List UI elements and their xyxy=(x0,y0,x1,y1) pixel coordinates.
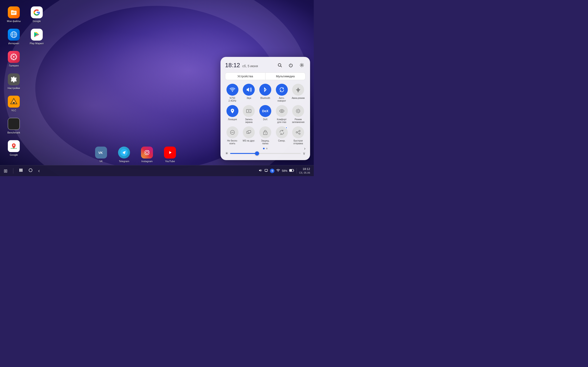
app-icon-my-files[interactable]: Мои файлы xyxy=(5,5,23,25)
home-button[interactable] xyxy=(28,168,33,173)
tile-dex[interactable]: DeX DeX xyxy=(258,105,273,124)
svg-point-15 xyxy=(15,55,16,56)
my-files-icon-img xyxy=(8,6,20,18)
tile-wifi[interactable]: N750 2.4GHz xyxy=(225,84,240,102)
eye-comfort-tile-label: Комфорт для глаз xyxy=(275,118,289,124)
svg-point-10 xyxy=(13,56,15,58)
desktop-icon-row-1: Мои файлы Google xyxy=(5,5,46,25)
app-icon-benchmark[interactable]: Benchmark xyxy=(5,116,23,136)
svg-point-42 xyxy=(297,110,299,112)
sync-tile-label: Синхр. xyxy=(278,140,285,142)
telegram-label: Telegram xyxy=(119,160,129,163)
svg-point-11 xyxy=(13,54,14,55)
vk-label: VK xyxy=(99,160,103,163)
svg-rect-46 xyxy=(248,131,251,133)
desktop-icon-row-3: Галерея xyxy=(5,49,46,69)
svg-point-31 xyxy=(148,150,149,151)
tile-autorotate[interactable]: Авто-поворот xyxy=(275,84,289,102)
tile-screen-record[interactable]: Запись экрана xyxy=(242,105,256,124)
dex-tile-icon: DeX xyxy=(259,105,271,117)
panel-search-button[interactable] xyxy=(276,61,284,69)
svg-rect-56 xyxy=(22,169,23,172)
tab-devices[interactable]: Устройства xyxy=(225,73,266,80)
svg-point-49 xyxy=(299,130,300,132)
tile-eye-comfort[interactable]: Комфорт для глаз xyxy=(275,105,289,124)
panel-next-arrow[interactable]: › xyxy=(304,146,305,151)
app-icon-instagram[interactable]: Instagram xyxy=(138,145,156,165)
svg-line-52 xyxy=(297,131,299,132)
tile-dim[interactable]: Режим затемнения xyxy=(291,105,305,124)
dnd-tile-icon xyxy=(226,126,238,138)
tile-airplane[interactable]: Авиа-режим xyxy=(291,84,305,102)
volume-icon xyxy=(259,169,262,173)
svg-line-34 xyxy=(281,66,282,67)
ms-other-tile-label: MS на друг. xyxy=(243,140,255,142)
app-icon-vlc[interactable]: VLC xyxy=(5,94,23,114)
app-icon-playstore[interactable]: Play Маркет xyxy=(27,27,46,47)
tile-dnd[interactable]: Не беспо-коить xyxy=(225,126,240,145)
sound-tile-label: Звук xyxy=(246,97,251,100)
tile-ms-other[interactable]: MS на друг. xyxy=(242,126,256,145)
panel-power-button[interactable] xyxy=(287,61,294,69)
autorotate-tile-icon xyxy=(276,84,288,96)
svg-rect-64 xyxy=(294,170,294,171)
svg-point-41 xyxy=(281,110,283,112)
panel-settings-button[interactable] xyxy=(298,61,305,69)
svg-point-50 xyxy=(296,132,297,133)
app-icon-gallery[interactable]: Галерея xyxy=(5,49,23,69)
notification-count: ① xyxy=(271,169,273,172)
youtube-icon-img xyxy=(164,147,176,158)
page-dot-2 xyxy=(266,148,268,149)
status-icons: ① 58% xyxy=(259,169,294,173)
my-files-label: Мои файлы xyxy=(7,20,21,23)
panel-tabs: Устройства Мультимедиа xyxy=(225,73,305,80)
app-icon-google-maps[interactable]: Google xyxy=(5,138,23,158)
app-icon-internet[interactable]: Интернет xyxy=(5,27,23,47)
settings-label: Настройки xyxy=(8,87,20,90)
tile-location[interactable]: Локация xyxy=(225,105,240,124)
tab-multimedia[interactable]: Мультимедиа xyxy=(266,73,305,80)
app-icon-settings[interactable]: Настройки xyxy=(5,72,23,92)
google-maps-icon-img xyxy=(8,140,20,152)
vk-icon-img: VK xyxy=(95,147,107,158)
app-icon-google[interactable]: Google xyxy=(27,5,46,25)
taskbar-date: Сб, 05.06 xyxy=(299,171,310,174)
svg-point-36 xyxy=(232,91,233,92)
secure-folder-tile-label: Защищ. папка xyxy=(258,140,272,145)
back-button[interactable]: ‹ xyxy=(38,168,40,174)
desktop-icon-row-5: VLC xyxy=(5,94,46,114)
benchmark-label: Benchmark xyxy=(7,131,20,134)
svg-point-14 xyxy=(11,56,12,57)
airplane-tile-label: Авиа-режим xyxy=(292,97,305,100)
brightness-thumb xyxy=(255,151,259,156)
apps-button[interactable]: ⊞ xyxy=(4,168,8,174)
svg-rect-2 xyxy=(12,12,16,12)
app-icon-youtube[interactable]: YouTube xyxy=(161,145,179,165)
app-icon-vk[interactable]: VK VK xyxy=(92,145,110,165)
tile-sound[interactable]: Звук xyxy=(242,84,256,102)
app-icon-telegram[interactable]: Telegram xyxy=(115,145,133,165)
tiles-row-2: Локация Запись экрана DeX DeX xyxy=(225,105,305,124)
svg-point-18 xyxy=(12,55,13,56)
panel-time-date: 18:12 сб, 5 июня xyxy=(225,62,258,69)
dim-tile-label: Режим затемнения xyxy=(291,118,305,124)
recent-apps-button[interactable] xyxy=(19,168,23,173)
tile-quick-share[interactable]: Быстрая отправка xyxy=(291,126,305,145)
battery-percent: 58% xyxy=(282,169,287,173)
brightness-icon: ☀ xyxy=(225,151,228,156)
location-tile-icon xyxy=(226,105,238,117)
page-dot-1 xyxy=(263,148,265,149)
tile-bluetooth[interactable]: Bluetooth xyxy=(258,84,273,102)
brightness-expand-icon[interactable]: ∨ xyxy=(303,151,305,156)
tile-secure-folder[interactable]: Защищ. папка xyxy=(258,126,273,145)
telegram-icon-img xyxy=(118,147,130,158)
quick-share-tile-label: Быстрая отправка xyxy=(291,140,305,145)
screen-record-tile-label: Запись экрана xyxy=(242,118,256,124)
desktop-icons: Мои файлы Google xyxy=(0,0,51,163)
tile-sync[interactable]: Синхр. xyxy=(275,126,289,145)
screen-record-tile-icon xyxy=(243,105,255,117)
brightness-row: ☀ ∨ xyxy=(225,151,305,156)
desktop-icon-row-4: Настройки xyxy=(5,72,46,92)
brightness-slider[interactable] xyxy=(230,153,301,154)
bluetooth-tile-label: Bluetooth xyxy=(260,97,270,100)
